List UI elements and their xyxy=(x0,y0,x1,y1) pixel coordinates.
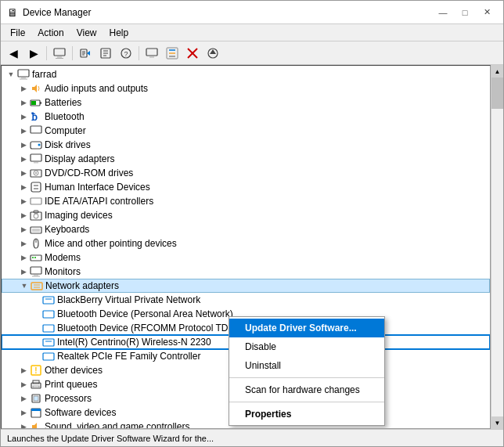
software-toggle[interactable]: ▶ xyxy=(17,406,30,419)
scroll-down[interactable]: ▼ xyxy=(491,416,503,429)
intel-spacer xyxy=(30,336,42,348)
tree-hid[interactable]: ▶ Human Interface Devices xyxy=(2,180,490,194)
network-toggle[interactable]: ▼ xyxy=(18,279,31,292)
menu-file[interactable]: File xyxy=(4,26,31,40)
audio-toggle[interactable]: ▶ xyxy=(17,82,30,95)
tree-mice[interactable]: ▶ Mice and other pointing devices xyxy=(2,236,490,251)
batteries-label: Batteries xyxy=(45,97,81,108)
software-icon xyxy=(30,406,42,419)
svg-rect-31 xyxy=(31,126,41,133)
toolbar: ◀ ▶ xyxy=(1,41,503,65)
tree-keyboards[interactable]: ▶ Keyboards xyxy=(2,222,490,236)
device-tree[interactable]: ▼ farrad ▶ Audio inputs and outputs ▶ xyxy=(1,65,491,429)
menu-help[interactable]: Help xyxy=(103,26,135,40)
toolbar-screen[interactable] xyxy=(142,44,161,63)
toolbar-sep-2 xyxy=(72,46,73,60)
tree-modems[interactable]: ▶ Modems xyxy=(2,251,490,265)
batteries-toggle[interactable]: ▶ xyxy=(17,96,30,109)
toolbar-device-manager[interactable] xyxy=(163,44,182,63)
context-properties[interactable]: Properties xyxy=(229,405,384,424)
other-icon: ! xyxy=(30,364,42,377)
tree-monitors[interactable]: ▶ Monitors xyxy=(2,265,490,279)
tree-audio[interactable]: ▶ Audio inputs and outputs xyxy=(2,81,490,96)
toolbar-forward[interactable]: ▶ xyxy=(24,44,43,63)
bluetooth-toggle[interactable]: ▶ xyxy=(17,110,30,123)
hid-icon xyxy=(30,181,42,193)
device-manager-window: 🖥 Device Manager — □ ✕ File Action View … xyxy=(0,0,504,447)
sound-label: Sound, video and game controllers xyxy=(45,421,189,429)
computer-toggle[interactable]: ▶ xyxy=(17,124,30,137)
scrollbar[interactable]: ▲ ▼ xyxy=(491,65,503,429)
toolbar-help[interactable]: ? xyxy=(117,44,135,63)
tree-bluetooth[interactable]: ▶ ƀ Bluetooth xyxy=(2,110,490,124)
close-button[interactable]: ✕ xyxy=(477,4,497,21)
context-update[interactable]: Update Driver Software... xyxy=(229,319,384,337)
minimize-button[interactable]: — xyxy=(433,4,453,21)
scan-icon xyxy=(79,47,92,59)
tree-dvd[interactable]: ▶ DVD/CD-ROM drives xyxy=(2,166,490,180)
svg-rect-14 xyxy=(146,49,157,56)
tree-display[interactable]: ▶ Display adapters xyxy=(2,152,490,166)
context-disable[interactable]: Disable xyxy=(229,337,384,356)
tree-network[interactable]: ▼ Network adapters xyxy=(2,279,490,293)
context-scan[interactable]: Scan for hardware changes xyxy=(229,380,384,399)
keyboard-icon xyxy=(30,223,42,236)
modems-toggle[interactable]: ▶ xyxy=(17,251,30,264)
toolbar-properties[interactable] xyxy=(96,44,115,63)
imaging-icon xyxy=(30,209,42,222)
toolbar-scan[interactable] xyxy=(76,44,95,63)
svg-rect-25 xyxy=(21,78,26,79)
svg-rect-59 xyxy=(43,297,54,304)
help-icon: ? xyxy=(120,47,132,59)
context-uninstall[interactable]: Uninstall xyxy=(229,356,384,375)
sound-toggle[interactable]: ▶ xyxy=(17,420,30,429)
scroll-up[interactable]: ▲ xyxy=(491,65,503,78)
svg-point-38 xyxy=(35,172,37,174)
audio-label: Audio inputs and outputs xyxy=(45,83,148,94)
imaging-toggle[interactable]: ▶ xyxy=(17,209,30,222)
menu-view[interactable]: View xyxy=(70,26,103,40)
dvd-toggle[interactable]: ▶ xyxy=(17,167,30,179)
svg-rect-28 xyxy=(40,102,41,104)
mice-toggle[interactable]: ▶ xyxy=(17,237,30,250)
svg-text:ƀ: ƀ xyxy=(31,112,38,123)
maximize-button[interactable]: □ xyxy=(455,4,475,21)
window-icon: 🖥 xyxy=(7,6,18,19)
tree-root[interactable]: ▼ farrad xyxy=(2,67,490,81)
tree-imaging[interactable]: ▶ Imaging devices xyxy=(2,208,490,222)
keyboards-label: Keyboards xyxy=(45,224,89,235)
display-toggle[interactable]: ▶ xyxy=(17,153,30,165)
tree-disk[interactable]: ▶ Disk drives xyxy=(2,138,490,152)
printq-toggle[interactable]: ▶ xyxy=(17,378,30,391)
ide-toggle[interactable]: ▶ xyxy=(17,195,30,207)
blackberry-spacer xyxy=(30,294,42,306)
tree-ide[interactable]: ▶ IDE ATA/ATAPI controllers xyxy=(2,194,490,208)
scroll-thumb[interactable] xyxy=(491,78,503,109)
scroll-track[interactable] xyxy=(491,78,503,416)
svg-rect-29 xyxy=(31,101,36,105)
menu-action[interactable]: Action xyxy=(31,26,70,40)
processors-toggle[interactable]: ▶ xyxy=(17,392,30,405)
other-toggle[interactable]: ▶ xyxy=(17,364,30,377)
btrfcomm-icon xyxy=(42,322,55,334)
bluetooth-label: Bluetooth xyxy=(45,111,85,122)
tree-blackberry[interactable]: BlackBerry Virtual Private Network xyxy=(2,293,490,307)
toolbar-computer[interactable] xyxy=(50,44,69,63)
mice-label: Mice and other pointing devices xyxy=(45,238,177,249)
intel-label: Intel(R) Centrino(R) Wireless-N 2230 xyxy=(57,337,211,348)
content-area: ▼ farrad ▶ Audio inputs and outputs ▶ xyxy=(1,65,503,429)
root-toggle[interactable]: ▼ xyxy=(5,68,17,81)
tree-computer[interactable]: ▶ Computer xyxy=(2,124,490,138)
cpu-icon xyxy=(30,392,42,405)
dvd-label: DVD/CD-ROM drives xyxy=(45,168,133,178)
tree-batteries[interactable]: ▶ Batteries xyxy=(2,96,490,110)
svg-rect-53 xyxy=(31,267,41,274)
toolbar-update[interactable] xyxy=(203,44,222,63)
toolbar-uninstall[interactable] xyxy=(183,44,202,63)
hid-toggle[interactable]: ▶ xyxy=(17,181,30,193)
keyboards-toggle[interactable]: ▶ xyxy=(17,223,30,236)
network-label: Network adapters xyxy=(45,280,119,291)
disk-toggle[interactable]: ▶ xyxy=(17,139,30,151)
toolbar-back[interactable]: ◀ xyxy=(4,44,23,63)
monitors-toggle[interactable]: ▶ xyxy=(17,265,30,278)
